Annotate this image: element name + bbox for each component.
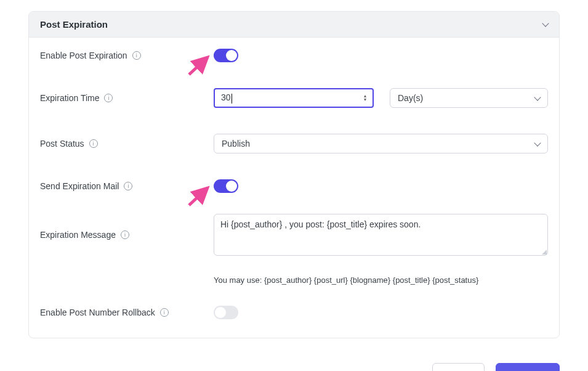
label-rollback: Enable Post Number Rollback i [40,308,214,317]
row-send-mail: Send Expiration Mail i [40,179,548,193]
label-text: Enable Post Expiration [40,51,127,60]
label-send-mail: Send Expiration Mail i [40,181,214,191]
cancel-button[interactable]: Cancel [432,363,485,371]
row-post-status: Post Status i Publish [40,134,548,153]
toggle-rollback[interactable] [214,306,238,319]
panel-body: Enable Post Expiration i Expiration Time… [29,38,559,338]
label-text: Expiration Message [40,230,116,240]
expiration-time-unit-select[interactable]: Day(s) [390,88,548,108]
expiration-message-textarea[interactable]: Hi {post_author} , you post: {post_title… [214,214,548,256]
label-text: Post Status [40,139,84,149]
row-rollback: Enable Post Number Rollback i [40,306,548,319]
chevron-down-icon [542,20,549,26]
field-expiration-time: 30 ▴▾ Day(s) [214,88,548,108]
chevron-down-icon [534,139,541,146]
row-expiration-message: Expiration Message i Hi {post_author} , … [40,214,548,285]
update-button[interactable]: Update [496,363,560,371]
select-value: Publish [222,139,250,149]
actions-bar: Cancel Update [28,363,560,371]
info-icon[interactable]: i [121,230,129,239]
label-expiration-time: Expiration Time i [40,93,214,103]
text-cursor [232,94,232,104]
row-expiration-time: Expiration Time i 30 ▴▾ Day(s) [40,88,548,108]
toggle-enable-expiration[interactable] [214,49,238,62]
post-status-select[interactable]: Publish [214,134,548,153]
expiration-message-hint: You may use: {post_author} {post_url} {b… [214,275,548,285]
input-value: 30 [221,92,231,102]
info-icon[interactable]: i [132,51,141,60]
chevron-down-icon [534,94,541,100]
info-icon[interactable]: i [124,182,132,190]
info-icon[interactable]: i [104,94,113,102]
label-expiration-message: Expiration Message i [40,214,214,240]
select-value: Day(s) [398,93,423,103]
panel-header[interactable]: Post Expiration [29,12,559,38]
row-enable-expiration: Enable Post Expiration i [40,49,548,62]
number-stepper-icon[interactable]: ▴▾ [364,94,366,102]
info-icon[interactable]: i [160,308,169,317]
field-expiration-message: Hi {post_author} , you post: {post_title… [214,214,548,285]
panel-title: Post Expiration [40,19,108,30]
label-enable-expiration: Enable Post Expiration i [40,51,214,60]
field-post-status: Publish [214,134,548,153]
label-text: Enable Post Number Rollback [40,308,155,317]
field-enable-expiration [214,49,548,62]
expiration-time-input[interactable]: 30 ▴▾ [214,88,374,108]
post-expiration-panel: Post Expiration Enable Post Expiration i… [28,11,560,338]
label-text: Send Expiration Mail [40,181,119,191]
textarea-wrap: Hi {post_author} , you post: {post_title… [214,214,548,256]
field-send-mail [214,179,548,193]
label-text: Expiration Time [40,93,99,103]
toggle-send-mail[interactable] [214,179,238,193]
field-rollback [214,306,548,319]
label-post-status: Post Status i [40,139,214,149]
info-icon[interactable]: i [89,139,98,148]
